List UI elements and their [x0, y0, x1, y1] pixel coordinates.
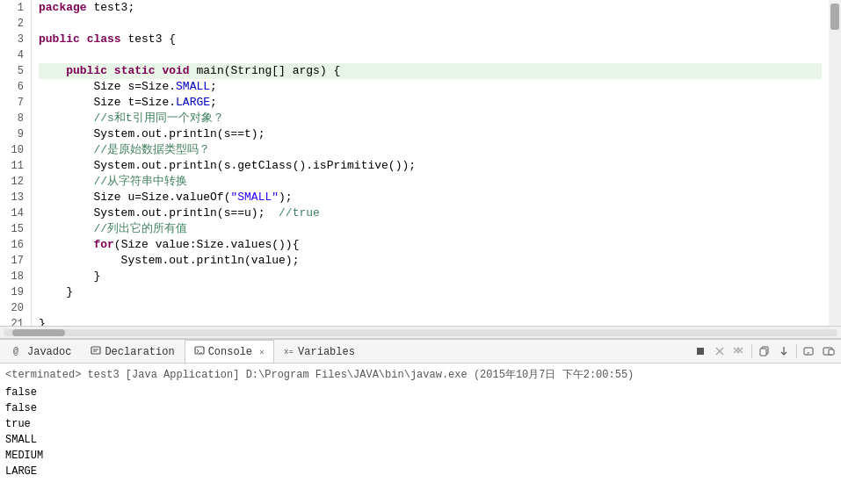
console-output: falsefalsetrueSMALLMEDIUMLARGE — [5, 385, 836, 479]
editor-area: 12345678910111213141516171819202122 pack… — [0, 0, 841, 339]
code-line: Size u=Size.valueOf("SMALL"); — [39, 190, 822, 205]
line-number: 15 — [4, 221, 24, 237]
svg-rect-7 — [697, 348, 704, 355]
horizontal-scrollbar[interactable] — [0, 326, 841, 338]
line-number: 8 — [4, 111, 24, 126]
code-line: } — [39, 284, 822, 300]
console-status: <terminated> test3 [Java Application] D:… — [5, 367, 836, 383]
line-number: 7 — [4, 95, 24, 111]
console-line: SMALL — [5, 432, 836, 448]
code-container[interactable]: 12345678910111213141516171819202122 pack… — [0, 0, 841, 326]
line-number: 12 — [4, 174, 24, 190]
open-console-button[interactable] — [820, 342, 837, 360]
code-line: } — [39, 269, 822, 284]
code-line: for(Size value:Size.values()){ — [39, 237, 822, 253]
line-number: 20 — [4, 300, 24, 316]
code-line — [39, 300, 822, 316]
code-line: //是原始数据类型吗？ — [39, 142, 822, 158]
line-number: 5 — [4, 63, 24, 79]
code-line: //从字符串中转换 — [39, 174, 822, 190]
svg-rect-19 — [829, 349, 834, 355]
console-area: <terminated> test3 [Java Application] D:… — [0, 364, 841, 504]
code-line: Size t=Size.LARGE; — [39, 95, 822, 111]
code-line: //列出它的所有值 — [39, 221, 822, 237]
console-tab-label: Console — [208, 346, 252, 358]
tab-declaration[interactable]: Declaration — [81, 340, 184, 363]
line-number: 10 — [4, 142, 24, 158]
code-line: System.out.println(s.getClass().isPrimit… — [39, 158, 822, 174]
code-line: public class test3 { — [39, 32, 822, 47]
console-line: LARGE — [5, 464, 836, 479]
console-line: MEDIUM — [5, 448, 836, 464]
scroll-lock-button[interactable] — [775, 342, 793, 360]
tab-javadoc[interactable]: @Javadoc — [4, 340, 81, 363]
line-number: 4 — [4, 47, 24, 63]
line-number: 13 — [4, 190, 24, 205]
code-content[interactable]: package test3; public class test3 { publ… — [32, 0, 829, 326]
line-number: 1 — [4, 0, 24, 16]
svg-rect-15 — [760, 349, 766, 356]
remove-button[interactable] — [711, 342, 729, 360]
line-number: 3 — [4, 32, 24, 47]
stop-button[interactable] — [692, 342, 709, 360]
variables-tab-icon: x= — [284, 345, 294, 358]
console-line: false — [5, 385, 836, 400]
svg-text:x=: x= — [284, 348, 294, 356]
code-line: System.out.println(s==t); — [39, 126, 822, 142]
line-numbers: 12345678910111213141516171819202122 — [0, 0, 32, 326]
console-tab-close[interactable]: ✕ — [259, 347, 265, 357]
line-number: 14 — [4, 205, 24, 221]
tab-console[interactable]: Console✕ — [185, 340, 274, 363]
code-line: Size s=Size.SMALL; — [39, 79, 822, 95]
hscroll-track[interactable] — [4, 329, 837, 336]
console-line: true — [5, 416, 836, 432]
console-line: false — [5, 400, 836, 416]
line-number: 16 — [4, 237, 24, 253]
code-line — [39, 47, 822, 63]
code-line — [39, 16, 822, 32]
svg-text:↗: ↗ — [806, 349, 809, 356]
line-number: 6 — [4, 79, 24, 95]
toolbar-separator-2 — [796, 344, 797, 358]
tab-bar: @JavadocDeclarationConsole✕x=Variables ↗ — [0, 339, 841, 364]
code-line: System.out.println(value); — [39, 253, 822, 269]
remove-all-button[interactable] — [730, 342, 748, 360]
copy-button[interactable] — [756, 342, 773, 360]
code-line: } — [39, 316, 822, 326]
code-line: System.out.println(s==u); //true — [39, 205, 822, 221]
line-number: 9 — [4, 126, 24, 142]
toolbar-separator — [751, 344, 752, 358]
console-tab-icon — [194, 345, 205, 358]
tab-bar-right: ↗ — [692, 342, 837, 360]
code-line: public static void main(String[] args) { — [39, 63, 822, 79]
hscroll-thumb[interactable] — [12, 329, 65, 336]
line-number: 2 — [4, 16, 24, 32]
line-number: 21 — [4, 316, 24, 326]
line-number: 17 — [4, 253, 24, 269]
declaration-tab-icon — [91, 345, 101, 358]
line-number: 18 — [4, 269, 24, 284]
code-line: package test3; — [39, 0, 822, 16]
declaration-tab-label: Declaration — [105, 346, 174, 358]
javadoc-tab-icon: @ — [13, 345, 24, 358]
code-line: //s和t引用同一个对象？ — [39, 111, 822, 126]
new-console-button[interactable]: ↗ — [801, 342, 818, 360]
svg-text:@: @ — [13, 347, 18, 356]
vscroll-thumb[interactable] — [830, 4, 839, 30]
svg-rect-1 — [91, 347, 100, 354]
javadoc-tab-label: Javadoc — [27, 346, 71, 358]
tab-variables[interactable]: x=Variables — [274, 340, 365, 363]
line-number: 11 — [4, 158, 24, 174]
variables-tab-label: Variables — [298, 346, 355, 358]
line-number: 19 — [4, 284, 24, 300]
vertical-scrollbar[interactable] — [829, 0, 841, 326]
